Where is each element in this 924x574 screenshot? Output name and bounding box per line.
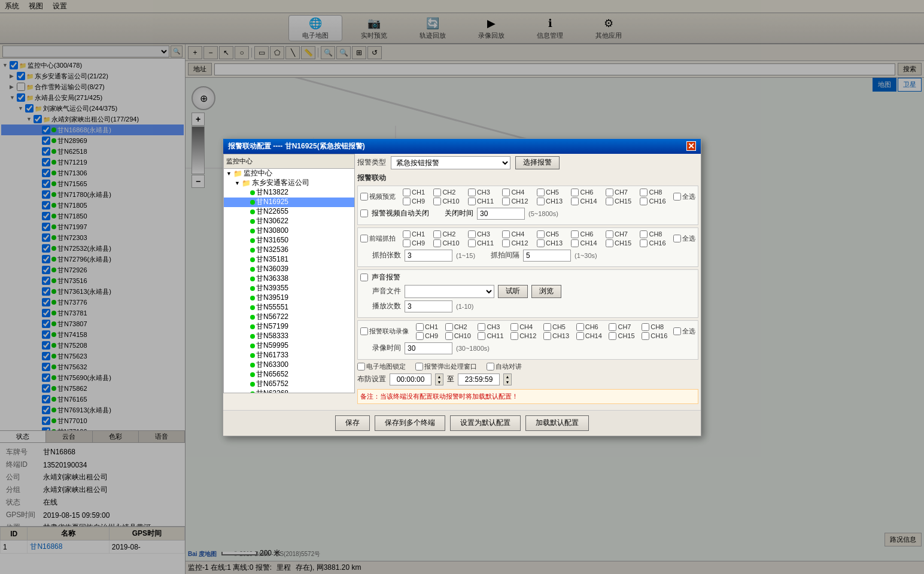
ch7-check[interactable]	[606, 189, 613, 196]
set-default-btn[interactable]: 设置为默认配置	[450, 415, 521, 431]
save-multi-btn[interactable]: 保存到多个终端	[375, 415, 445, 431]
r-ch6[interactable]	[576, 323, 584, 331]
schedule-end-dn[interactable]: ▼	[504, 379, 511, 385]
modal-tree-item-0[interactable]: ▼📁监控中心	[224, 169, 354, 178]
r-ch5[interactable]	[543, 323, 551, 331]
modal-tree-item-5[interactable]: 甘N30622	[224, 217, 354, 226]
s-ch4[interactable]	[502, 230, 510, 238]
modal-tree-item-7[interactable]: 甘N31650	[224, 236, 354, 245]
schedule-end[interactable]	[458, 373, 500, 385]
s-ch13[interactable]	[537, 239, 545, 247]
ch16-check[interactable]	[640, 198, 648, 205]
modal-tree-item-23[interactable]: 甘N62268	[224, 389, 354, 393]
load-default-btn[interactable]: 加载默认配置	[525, 415, 589, 431]
modal-tree-item-21[interactable]: 甘N65652	[224, 370, 354, 379]
save-btn[interactable]: 保存	[335, 415, 370, 431]
modal-tree-item-10[interactable]: 甘N36039	[224, 265, 354, 274]
select-alert-btn[interactable]: 选择报警	[515, 156, 560, 169]
s-ch3[interactable]	[468, 230, 476, 238]
ch10-check[interactable]	[433, 198, 441, 205]
schedule-end-up[interactable]: ▲	[504, 374, 511, 379]
modal-tree-item-18[interactable]: 甘N59995	[224, 341, 354, 351]
rec-time-input[interactable]	[405, 342, 452, 354]
s-ch5[interactable]	[537, 230, 545, 238]
ch6-check[interactable]	[571, 189, 579, 196]
modal-tree-item-17[interactable]: 甘N58333	[224, 332, 354, 341]
schedule-start[interactable]	[390, 373, 431, 385]
snap-count-input[interactable]	[405, 250, 452, 262]
modal-tree-item-16[interactable]: 甘N57199	[224, 322, 354, 332]
modal-tree-item-15[interactable]: 甘N56722	[224, 312, 354, 322]
r-ch4[interactable]	[510, 323, 518, 331]
modal-tree-item-9[interactable]: 甘N35181	[224, 255, 354, 265]
snap-interval-input[interactable]	[523, 250, 571, 262]
schedule-start-up[interactable]: ▲	[436, 374, 443, 379]
schedule-start-dn[interactable]: ▼	[436, 379, 443, 385]
s-ch10[interactable]	[433, 239, 441, 247]
map-lock-checkbox[interactable]	[357, 363, 365, 370]
r-ch1[interactable]	[416, 323, 424, 331]
close-time-input[interactable]	[477, 208, 525, 220]
modal-tree-item-20[interactable]: 甘N63300	[224, 360, 354, 370]
modal-tree-item-4[interactable]: 甘N22655	[224, 207, 354, 217]
r-ch10[interactable]	[445, 332, 453, 340]
sound-file-select[interactable]	[405, 285, 494, 298]
ch3-check[interactable]	[468, 189, 476, 196]
r-ch7[interactable]	[609, 323, 616, 331]
modal-close-btn[interactable]: ✕	[686, 141, 696, 151]
r-ch16[interactable]	[642, 332, 649, 340]
r-ch2[interactable]	[445, 323, 453, 331]
s-ch1[interactable]	[403, 230, 411, 238]
r-ch11[interactable]	[478, 332, 485, 340]
ch4-check[interactable]	[502, 189, 510, 196]
modal-tree-item-2[interactable]: 甘N13822	[224, 188, 354, 198]
ch2-check[interactable]	[433, 189, 441, 196]
try-listen-btn[interactable]: 试听	[498, 285, 528, 298]
ch9-check[interactable]	[403, 198, 411, 205]
ch13-check[interactable]	[537, 198, 545, 205]
alert-type-select[interactable]: 紧急按钮报警	[391, 156, 510, 169]
modal-tree-item-19[interactable]: 甘N61733	[224, 351, 354, 360]
r-ch15[interactable]	[609, 332, 616, 340]
ch15-check[interactable]	[606, 198, 613, 205]
s-ch14[interactable]	[571, 239, 579, 247]
record-checkbox[interactable]	[360, 327, 368, 335]
r-ch13[interactable]	[543, 332, 551, 340]
browse-btn[interactable]: 浏览	[531, 285, 561, 298]
alert-popup-checkbox[interactable]	[415, 363, 423, 370]
auto-close-checkbox[interactable]	[360, 209, 368, 217]
s-ch15[interactable]	[606, 239, 613, 247]
ch14-check[interactable]	[571, 198, 579, 205]
all-select-snap[interactable]	[673, 235, 681, 242]
modal-tree-item-14[interactable]: 甘N55551	[224, 303, 354, 312]
s-ch8[interactable]	[640, 230, 648, 238]
r-ch8[interactable]	[642, 323, 649, 331]
modal-tree-item-11[interactable]: 甘N36338	[224, 274, 354, 284]
ch12-check[interactable]	[502, 198, 510, 205]
modal-tree-item-13[interactable]: 甘N39519	[224, 293, 354, 303]
r-ch3[interactable]	[478, 323, 485, 331]
ch5-check[interactable]	[537, 189, 545, 196]
all-select-rec[interactable]	[673, 327, 681, 335]
modal-tree-item-3[interactable]: 甘N16925	[224, 198, 354, 207]
modal-tree-item-12[interactable]: 甘N39355	[224, 284, 354, 293]
modal-tree-item-6[interactable]: 甘N30800	[224, 226, 354, 236]
s-ch11[interactable]	[468, 239, 476, 247]
modal-tree-item-1[interactable]: ▼📁东乡安通客运公司	[224, 178, 354, 188]
r-ch14[interactable]	[576, 332, 584, 340]
s-ch6[interactable]	[571, 230, 579, 238]
r-ch12[interactable]	[510, 332, 518, 340]
snapshot-checkbox[interactable]	[360, 235, 368, 242]
audio-checkbox[interactable]	[360, 274, 368, 281]
modal-tree-items[interactable]: ▼📁监控中心▼📁东乡安通客运公司 甘N13822 甘N16925 甘N22655…	[224, 169, 354, 393]
auto-intercom-checkbox[interactable]	[487, 363, 494, 370]
r-ch9[interactable]	[416, 332, 424, 340]
s-ch9[interactable]	[403, 239, 411, 247]
ch11-check[interactable]	[468, 198, 476, 205]
play-count-input[interactable]	[405, 300, 452, 312]
s-ch2[interactable]	[433, 230, 441, 238]
ch8-check[interactable]	[640, 189, 648, 196]
all-select-video[interactable]	[673, 193, 681, 201]
s-ch16[interactable]	[640, 239, 648, 247]
s-ch12[interactable]	[502, 239, 510, 247]
